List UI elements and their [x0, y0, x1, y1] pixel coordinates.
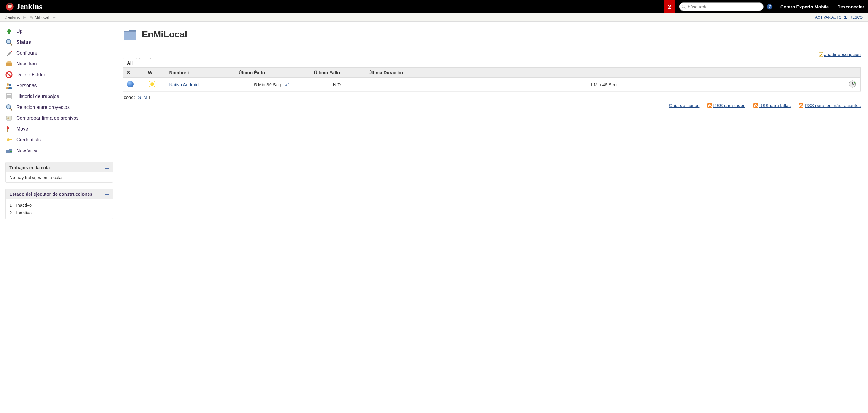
relation-icon	[5, 104, 13, 111]
queue-empty: No hay trabajos en la cola	[6, 172, 113, 182]
svg-rect-3	[7, 4, 12, 5]
iconsize-s[interactable]: S	[138, 95, 141, 100]
jenkins-logo[interactable]: Jenkins	[0, 0, 48, 13]
sidebar-item-new-view[interactable]: New View	[5, 145, 114, 156]
legend-link[interactable]: Guía de iconos	[669, 103, 700, 108]
help-icon: ?	[767, 4, 773, 10]
col-duration[interactable]: Última Duración	[364, 68, 843, 78]
svg-point-22	[754, 106, 755, 107]
sidebar-item-comprobar-firma-de-archivos[interactable]: Comprobar firma de archivos	[5, 113, 114, 124]
collapse-icon[interactable]: ▬	[105, 165, 109, 170]
help-button[interactable]: ?	[767, 0, 777, 13]
edit-icon	[818, 52, 823, 57]
brand-text: Jenkins	[16, 2, 42, 11]
svg-point-4	[682, 5, 685, 7]
build-link[interactable]: #1	[285, 82, 290, 87]
tab-all[interactable]: All	[123, 58, 137, 67]
page-heading: EnMiLocal	[123, 27, 861, 42]
sidebar-item-label: Relacion entre proyectos	[16, 105, 70, 110]
crumb-folder[interactable]: EnMiLocal	[29, 15, 49, 20]
sidebar-item-new-item[interactable]: New Item	[5, 59, 114, 69]
build-queue-pane: Trabajos en la cola ▬ No hay trabajos en…	[5, 162, 113, 183]
notification-badge[interactable]: 2	[664, 0, 675, 13]
col-weather[interactable]: W	[144, 68, 165, 78]
svg-rect-19	[707, 103, 712, 108]
queue-title: Trabajos en la cola	[9, 165, 50, 170]
rss-icon	[799, 103, 803, 108]
new-view-icon	[5, 147, 13, 154]
user-link[interactable]: Centro Experto Mobile	[777, 0, 832, 13]
svg-point-24	[799, 106, 800, 107]
svg-line-5	[684, 7, 686, 8]
sidebar-item-label: Personas	[16, 83, 37, 88]
sidebar-item-configure[interactable]: Configure	[5, 48, 114, 59]
svg-line-14	[149, 81, 150, 82]
new-item-icon	[5, 60, 13, 68]
sidebar-item-move[interactable]: Move	[5, 124, 114, 134]
sidebar-item-label: Comprobar firma de archivos	[16, 115, 79, 121]
sidebar-item-label: Status	[16, 39, 31, 45]
credentials-icon	[5, 136, 13, 143]
auto-refresh-link[interactable]: ACTIVAR AUTO REFRESCO	[815, 15, 863, 20]
search-input[interactable]	[679, 2, 764, 11]
iconsize-m[interactable]: M	[143, 95, 147, 100]
logout-link[interactable]: Desconectar	[834, 0, 868, 13]
sidebar-item-label: Delete Folder	[16, 72, 45, 77]
crumb-jenkins[interactable]: Jenkins	[5, 15, 20, 20]
svg-text:?: ?	[768, 4, 771, 9]
col-success[interactable]: Último Éxito	[235, 68, 310, 78]
sidebar-item-label: New Item	[16, 61, 37, 67]
rss-latest[interactable]: RSS para los más recientes	[805, 103, 861, 108]
svg-point-20	[708, 106, 709, 107]
delete-icon	[5, 71, 13, 78]
sidebar-item-label: Historial de trabajos	[16, 94, 59, 99]
jenkins-head-icon	[5, 2, 14, 11]
rss-icon	[707, 103, 712, 108]
sidebar-item-label: New View	[16, 148, 38, 153]
svg-line-16	[149, 86, 150, 87]
page-title: EnMiLocal	[142, 29, 187, 39]
executor-title[interactable]: Estado del ejecutor de construcciones	[9, 192, 92, 197]
chevron-right-icon: ▶	[23, 15, 26, 19]
people-icon	[5, 82, 13, 89]
col-status[interactable]: S	[123, 68, 144, 78]
sidebar-item-delete-folder[interactable]: Delete Folder	[5, 69, 114, 80]
search-icon	[681, 4, 686, 9]
executor-row: 2Inactivo	[9, 209, 109, 216]
svg-rect-21	[753, 103, 758, 108]
executor-pane: Estado del ejecutor de construcciones ▬ …	[5, 189, 113, 219]
fingerprint-icon	[5, 114, 13, 122]
breadcrumb: Jenkins ▶ EnMiLocal ▶ ACTIVAR AUTO REFRE…	[0, 13, 868, 22]
svg-line-15	[154, 86, 155, 87]
history-icon	[5, 93, 13, 100]
rss-fail[interactable]: RSS para fallas	[760, 103, 791, 108]
add-description-link[interactable]: añadir descripción	[818, 52, 861, 57]
chevron-right-icon: ▶	[53, 15, 55, 19]
sidebar-item-credentials[interactable]: Credentials	[5, 134, 114, 145]
jobs-table: S W Nombre ↓ Último Éxito Último Fallo Ú…	[123, 67, 861, 92]
svg-line-17	[154, 81, 155, 82]
sidebar-item-relacion-entre-proyectos[interactable]: Relacion entre proyectos	[5, 102, 114, 113]
sidebar-item-status[interactable]: Status	[5, 37, 114, 48]
build-now-icon[interactable]	[848, 80, 856, 88]
folder-icon	[123, 27, 137, 42]
configure-icon	[5, 49, 13, 57]
sidebar-item-label: Move	[16, 126, 28, 132]
sidebar-item-personas[interactable]: Personas	[5, 80, 114, 91]
collapse-icon[interactable]: ▬	[105, 192, 109, 196]
sidebar-item-historial-de-trabajos[interactable]: Historial de trabajos	[5, 91, 114, 102]
icon-size: Icono: S M L	[123, 95, 861, 100]
table-row: Nativo Android5 Min 39 Seg - #1N/D1 Min …	[123, 78, 861, 92]
executor-row: 1Inactivo	[9, 201, 109, 209]
move-icon	[5, 126, 13, 133]
col-fail[interactable]: Último Fallo	[310, 68, 364, 78]
search-icon	[5, 39, 13, 46]
svg-rect-23	[799, 103, 803, 108]
iconsize-l: L	[149, 95, 152, 100]
tab-add-view[interactable]: +	[139, 58, 151, 67]
job-name-link[interactable]: Nativo Android	[169, 82, 199, 87]
view-tabs: All +	[123, 58, 861, 67]
sidebar-item-up[interactable]: Up	[5, 26, 114, 37]
rss-all[interactable]: RSS para todos	[713, 103, 745, 108]
col-name[interactable]: Nombre ↓	[165, 68, 235, 78]
